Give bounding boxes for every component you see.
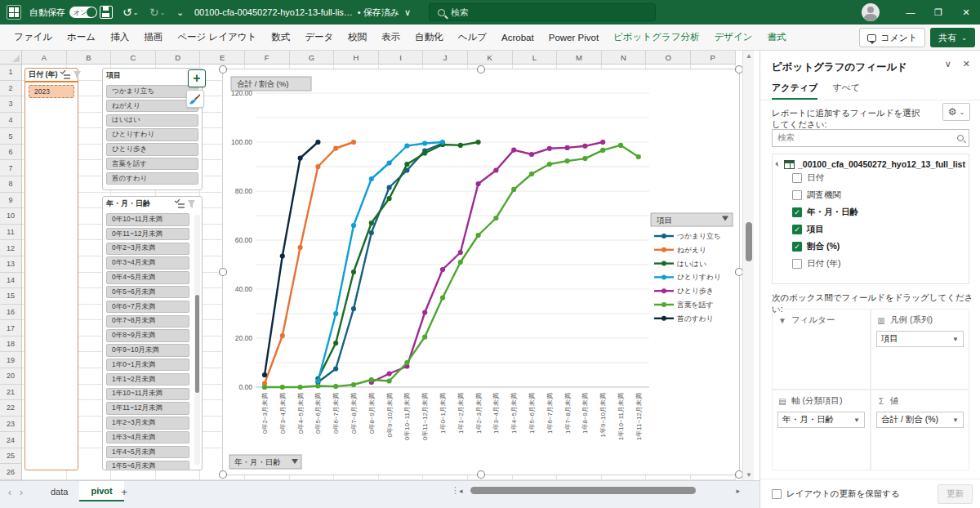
ribbon-tab-デザイン[interactable]: デザイン <box>706 25 760 51</box>
chart-selection-handle[interactable] <box>478 66 485 74</box>
ribbon-tab-Acrobat[interactable]: Acrobat <box>494 25 541 51</box>
column-header-F[interactable]: F <box>245 51 290 65</box>
scroll-up-icon[interactable]: ▲ <box>743 51 755 61</box>
prev-sheet-icon[interactable]: ‹ <box>8 487 11 498</box>
field-list[interactable]: _00100_cfa_00450272_hyo12_13_full_list 日… <box>772 154 969 284</box>
row-header-21[interactable]: 21 <box>0 385 22 401</box>
slicer-item-ひとり歩き[interactable]: ひとり歩き <box>106 143 198 156</box>
slicer-item-0年8~9月未満[interactable]: 0年8~9月未満 <box>106 329 189 342</box>
account-avatar[interactable] <box>862 0 880 25</box>
ribbon-tab-データ[interactable]: データ <box>297 25 341 51</box>
row-header-7[interactable]: 7 <box>0 160 22 176</box>
field-item-日付 (年)[interactable]: 日付 (年) <box>776 255 965 272</box>
values-area[interactable]: Σ 値 合計 / 割合 (%)▼ <box>871 390 969 470</box>
filters-area[interactable]: ▼ フィルター <box>772 309 871 390</box>
legend-area[interactable]: ▥ 凡例 (系列) 項目▼ <box>871 309 969 390</box>
row-headers[interactable]: 1234567891011121314151617181920212223242… <box>0 65 22 480</box>
ribbon-more-button[interactable]: ⌄ <box>176 0 184 25</box>
slicer-item-0年9~10月未満[interactable]: 0年9~10月未満 <box>106 344 189 357</box>
row-header-19[interactable]: 19 <box>0 352 22 368</box>
chart-selection-handle[interactable] <box>220 66 227 74</box>
slicer-age-scrollbar[interactable] <box>194 215 200 465</box>
column-header-P[interactable]: P <box>691 51 736 65</box>
undo-button[interactable]: ↺⌄ <box>122 0 138 25</box>
ribbon-tab-ホーム[interactable]: ホーム <box>60 25 103 51</box>
area-field-項目[interactable]: 項目▼ <box>876 331 964 347</box>
area-field-合計 / 割合 (%)[interactable]: 合計 / 割合 (%)▼ <box>876 412 964 428</box>
row-header-12[interactable]: 12 <box>0 240 22 256</box>
legend-item-ねがえり[interactable]: ねがえり <box>654 246 706 254</box>
row-header-8[interactable]: 8 <box>0 176 22 193</box>
legend-item-ひとりすわり[interactable]: ひとりすわり <box>654 273 721 281</box>
slicer-item-1年4~5月未満[interactable]: 1年4~5月未満 <box>106 446 189 459</box>
ribbon-tab-ピボットグラフ分析[interactable]: ピボットグラフ分析 <box>606 25 706 51</box>
column-header-B[interactable]: B <box>67 51 112 65</box>
series-line-首のすわり[interactable] <box>265 142 318 375</box>
row-header-18[interactable]: 18 <box>0 336 22 353</box>
pane-search-input[interactable]: 検索 <box>772 129 969 147</box>
row-header-3[interactable]: 3 <box>0 96 22 113</box>
row-header-1[interactable]: 1 <box>0 65 22 81</box>
scroll-down-icon[interactable]: ▼ <box>743 470 755 480</box>
row-header-16[interactable]: 16 <box>0 305 22 321</box>
scroll-right-icon[interactable]: ▸ <box>736 487 740 495</box>
add-sheet-button[interactable]: + <box>116 483 132 500</box>
clear-filter-icon[interactable] <box>187 199 198 209</box>
autosave-toggle[interactable]: 自動保存 オン <box>29 0 97 25</box>
save-icon[interactable] <box>100 6 113 19</box>
table-row[interactable]: _00100_cfa_00450272_hyo12_13_full_list <box>776 159 965 169</box>
axis-area[interactable]: ▤ 軸 (分類項目) 年・月・日齢▼ <box>772 390 871 470</box>
slicer-item-0年3~4月未満[interactable]: 0年3~4月未満 <box>106 256 189 270</box>
ribbon-tab-校閲[interactable]: 校閲 <box>341 25 374 51</box>
share-button[interactable]: 共有⌄ <box>930 28 975 47</box>
slicer-item-1年0~1月未満[interactable]: 1年0~1月未満 <box>106 359 189 372</box>
defer-checkbox[interactable] <box>772 489 782 499</box>
slicer-item-1年1~2月未満[interactable]: 1年1~2月未満 <box>106 373 189 386</box>
row-header-17[interactable]: 17 <box>0 320 22 336</box>
legend-item-言葉を話す[interactable]: 言葉を話す <box>654 301 713 309</box>
scroll-left-icon[interactable]: ◂ <box>459 487 463 495</box>
ribbon-tab-表示[interactable]: 表示 <box>374 25 408 51</box>
area-field-年・月・日齢[interactable]: 年・月・日齢▼ <box>777 412 865 428</box>
row-header-24[interactable]: 24 <box>0 432 22 448</box>
chart-styles-brush-button[interactable] <box>186 90 204 108</box>
slicer-item-つかまり立ち[interactable]: つかまり立ち <box>106 85 198 98</box>
excel-app-icon[interactable] <box>7 0 21 25</box>
ribbon-tab-自動化[interactable]: 自動化 <box>408 25 451 51</box>
slicer-item-2023[interactable]: 2023 <box>29 85 74 98</box>
row-header-13[interactable]: 13 <box>0 256 22 273</box>
column-header-A[interactable]: A <box>22 51 67 65</box>
comments-button[interactable]: コメント <box>859 28 925 47</box>
axis-field-button[interactable]: 年・月・日齢 <box>229 455 301 469</box>
select-all-corner[interactable] <box>0 51 22 65</box>
multiselect-icon[interactable] <box>174 199 185 209</box>
clear-filter-icon[interactable] <box>73 70 84 80</box>
ribbon-tab-ヘルプ[interactable]: ヘルプ <box>451 25 494 51</box>
field-item-日付[interactable]: 日付 <box>776 169 965 186</box>
column-headers[interactable]: ABCDEFGHIJKLMNOP <box>22 51 736 65</box>
field-checkbox[interactable]: ✓ <box>792 242 802 252</box>
series-line-ねがえり[interactable] <box>265 142 354 384</box>
slicer-item-はいはい[interactable]: はいはい <box>106 114 198 127</box>
defer-layout-checkbox[interactable]: レイアウトの更新を保留する <box>772 488 900 500</box>
slicer-item-1年5~6月未満[interactable]: 1年5~6月未満 <box>106 461 189 470</box>
slicer-item-1年3~4月未満[interactable]: 1年3~4月未満 <box>106 431 189 444</box>
field-item-年・月・日齢[interactable]: ✓年・月・日齢 <box>776 203 965 221</box>
row-header-26[interactable]: 26 <box>0 464 22 480</box>
ribbon-tab-書式[interactable]: 書式 <box>760 25 794 51</box>
field-checkbox[interactable] <box>792 173 802 183</box>
column-header-J[interactable]: J <box>423 51 468 65</box>
row-header-14[interactable]: 14 <box>0 273 22 289</box>
close-button[interactable]: ✕ <box>952 0 980 25</box>
column-header-C[interactable]: C <box>111 51 156 65</box>
slicer-item-言葉を話す[interactable]: 言葉を話す <box>106 158 198 171</box>
ribbon-tab-ページ レイアウト[interactable]: ページ レイアウト <box>170 25 264 51</box>
ribbon-tab-Power Pivot[interactable]: Power Pivot <box>541 25 606 51</box>
ribbon-tab-描画[interactable]: 描画 <box>136 25 170 51</box>
slicer-item-0年6~7月未満[interactable]: 0年6~7月未満 <box>106 301 189 314</box>
row-header-5[interactable]: 5 <box>0 128 22 145</box>
redo-button[interactable]: ↻⌄ <box>149 0 165 25</box>
chart-elements-button[interactable]: + <box>188 69 206 87</box>
worksheet-hscrollbar[interactable]: ◂ ▸ <box>459 484 740 497</box>
update-button[interactable]: 更新 <box>938 484 973 504</box>
